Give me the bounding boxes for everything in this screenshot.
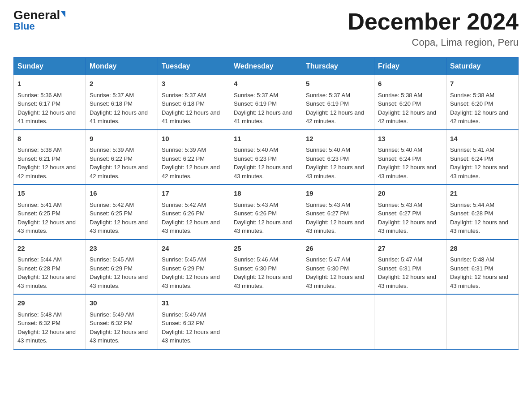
daylight-text: Daylight: 12 hours and 43 minutes. xyxy=(306,164,364,180)
daylight-text: Daylight: 12 hours and 43 minutes. xyxy=(378,164,436,180)
day-number: 24 xyxy=(162,244,226,254)
sunrise-text: Sunrise: 5:39 AM xyxy=(162,146,206,153)
daylight-text: Daylight: 12 hours and 43 minutes. xyxy=(234,219,292,235)
sunset-text: Sunset: 6:23 PM xyxy=(234,155,277,162)
logo-text: General xyxy=(13,9,65,21)
daylight-text: Daylight: 12 hours and 43 minutes. xyxy=(17,329,76,344)
header-thursday: Thursday xyxy=(302,58,374,75)
sunset-text: Sunset: 6:22 PM xyxy=(90,155,133,162)
calendar-cell: 1Sunrise: 5:36 AMSunset: 6:17 PMDaylight… xyxy=(14,75,86,130)
day-number: 10 xyxy=(162,134,226,144)
calendar-cell: 7Sunrise: 5:38 AMSunset: 6:20 PMDaylight… xyxy=(446,75,519,130)
calendar-cell: 20Sunrise: 5:43 AMSunset: 6:27 PMDayligh… xyxy=(374,184,446,240)
sunrise-text: Sunrise: 5:37 AM xyxy=(90,92,134,98)
day-number: 3 xyxy=(162,79,226,89)
calendar-cell: 11Sunrise: 5:40 AMSunset: 6:23 PMDayligh… xyxy=(230,130,302,185)
header-monday: Monday xyxy=(86,58,158,75)
day-number: 13 xyxy=(378,134,442,144)
day-number: 15 xyxy=(17,188,82,199)
calendar-cell: 3Sunrise: 5:37 AMSunset: 6:18 PMDaylight… xyxy=(158,75,230,130)
calendar-week-row: 22Sunrise: 5:44 AMSunset: 6:28 PMDayligh… xyxy=(14,240,519,295)
day-number: 21 xyxy=(450,188,515,199)
calendar-cell: 29Sunrise: 5:48 AMSunset: 6:32 PMDayligh… xyxy=(14,294,86,349)
sunset-text: Sunset: 6:18 PM xyxy=(90,100,133,107)
sunrise-text: Sunrise: 5:41 AM xyxy=(17,201,62,208)
calendar-table: Sunday Monday Tuesday Wednesday Thursday… xyxy=(13,57,519,350)
calendar-week-row: 15Sunrise: 5:41 AMSunset: 6:25 PMDayligh… xyxy=(14,184,519,240)
sunset-text: Sunset: 6:17 PM xyxy=(17,100,60,107)
day-number: 7 xyxy=(450,79,515,89)
sunset-text: Sunset: 6:23 PM xyxy=(306,155,349,162)
sunset-text: Sunset: 6:20 PM xyxy=(450,100,493,107)
daylight-text: Daylight: 12 hours and 42 minutes. xyxy=(450,109,508,125)
day-number: 22 xyxy=(17,244,82,254)
calendar-cell: 8Sunrise: 5:38 AMSunset: 6:21 PMDaylight… xyxy=(14,130,86,185)
sunrise-text: Sunrise: 5:48 AM xyxy=(450,256,494,263)
calendar-cell: 16Sunrise: 5:42 AMSunset: 6:25 PMDayligh… xyxy=(86,184,158,240)
day-number: 29 xyxy=(17,298,82,308)
calendar-cell: 22Sunrise: 5:44 AMSunset: 6:28 PMDayligh… xyxy=(14,240,86,295)
day-number: 14 xyxy=(450,134,515,144)
day-number: 5 xyxy=(306,79,370,89)
sunset-text: Sunset: 6:22 PM xyxy=(162,155,205,162)
daylight-text: Daylight: 12 hours and 43 minutes. xyxy=(17,274,76,289)
day-number: 23 xyxy=(90,244,154,254)
calendar-cell: 30Sunrise: 5:49 AMSunset: 6:32 PMDayligh… xyxy=(86,294,158,349)
calendar-cell: 21Sunrise: 5:44 AMSunset: 6:28 PMDayligh… xyxy=(446,184,519,240)
sunrise-text: Sunrise: 5:45 AM xyxy=(90,256,134,263)
daylight-text: Daylight: 12 hours and 43 minutes. xyxy=(162,329,220,344)
sunset-text: Sunset: 6:26 PM xyxy=(162,210,205,217)
calendar-cell xyxy=(302,294,374,349)
calendar-cell: 6Sunrise: 5:38 AMSunset: 6:20 PMDaylight… xyxy=(374,75,446,130)
daylight-text: Daylight: 12 hours and 43 minutes. xyxy=(306,219,364,235)
daylight-text: Daylight: 12 hours and 43 minutes. xyxy=(90,329,148,344)
day-number: 20 xyxy=(378,188,442,199)
sunrise-text: Sunrise: 5:36 AM xyxy=(17,92,62,98)
calendar-cell: 5Sunrise: 5:37 AMSunset: 6:19 PMDaylight… xyxy=(302,75,374,130)
day-number: 19 xyxy=(306,188,370,199)
sunset-text: Sunset: 6:29 PM xyxy=(162,265,205,272)
main-title: December 2024 xyxy=(348,9,519,34)
day-number: 16 xyxy=(90,188,154,199)
calendar-cell: 28Sunrise: 5:48 AMSunset: 6:31 PMDayligh… xyxy=(446,240,519,295)
sunrise-text: Sunrise: 5:41 AM xyxy=(450,146,494,153)
day-number: 27 xyxy=(378,244,442,254)
day-number: 18 xyxy=(234,188,298,199)
sunset-text: Sunset: 6:18 PM xyxy=(162,100,205,107)
calendar-header-row: Sunday Monday Tuesday Wednesday Thursday… xyxy=(14,58,519,75)
sunset-text: Sunset: 6:21 PM xyxy=(17,155,60,162)
logo-general: General xyxy=(13,8,60,22)
sunset-text: Sunset: 6:24 PM xyxy=(378,155,421,162)
day-number: 28 xyxy=(450,244,515,254)
sunrise-text: Sunrise: 5:42 AM xyxy=(162,201,206,208)
sunrise-text: Sunrise: 5:44 AM xyxy=(17,256,62,263)
daylight-text: Daylight: 12 hours and 43 minutes. xyxy=(162,219,220,235)
sunrise-text: Sunrise: 5:38 AM xyxy=(378,92,422,98)
header-tuesday: Tuesday xyxy=(158,58,230,75)
sunrise-text: Sunrise: 5:37 AM xyxy=(234,92,278,98)
calendar-week-row: 8Sunrise: 5:38 AMSunset: 6:21 PMDaylight… xyxy=(14,130,519,185)
daylight-text: Daylight: 12 hours and 42 minutes. xyxy=(306,109,364,125)
daylight-text: Daylight: 12 hours and 42 minutes. xyxy=(378,109,436,125)
sunset-text: Sunset: 6:31 PM xyxy=(378,265,421,272)
daylight-text: Daylight: 12 hours and 41 minutes. xyxy=(90,109,148,125)
calendar-cell: 18Sunrise: 5:43 AMSunset: 6:26 PMDayligh… xyxy=(230,184,302,240)
sunrise-text: Sunrise: 5:37 AM xyxy=(306,92,350,98)
calendar-cell xyxy=(230,294,302,349)
calendar-cell: 17Sunrise: 5:42 AMSunset: 6:26 PMDayligh… xyxy=(158,184,230,240)
sunset-text: Sunset: 6:32 PM xyxy=(162,320,205,326)
sunrise-text: Sunrise: 5:43 AM xyxy=(378,201,422,208)
sunset-text: Sunset: 6:26 PM xyxy=(234,210,277,217)
day-number: 30 xyxy=(90,298,154,308)
day-number: 11 xyxy=(234,134,298,144)
day-number: 2 xyxy=(90,79,154,89)
sunrise-text: Sunrise: 5:47 AM xyxy=(378,256,422,263)
calendar-week-row: 29Sunrise: 5:48 AMSunset: 6:32 PMDayligh… xyxy=(14,294,519,349)
calendar-cell: 27Sunrise: 5:47 AMSunset: 6:31 PMDayligh… xyxy=(374,240,446,295)
sunset-text: Sunset: 6:25 PM xyxy=(17,210,60,217)
daylight-text: Daylight: 12 hours and 43 minutes. xyxy=(450,274,508,289)
sunset-text: Sunset: 6:32 PM xyxy=(90,320,133,326)
subtitle: Copa, Lima region, Peru xyxy=(348,37,519,48)
header-saturday: Saturday xyxy=(446,58,519,75)
daylight-text: Daylight: 12 hours and 43 minutes. xyxy=(90,274,148,289)
